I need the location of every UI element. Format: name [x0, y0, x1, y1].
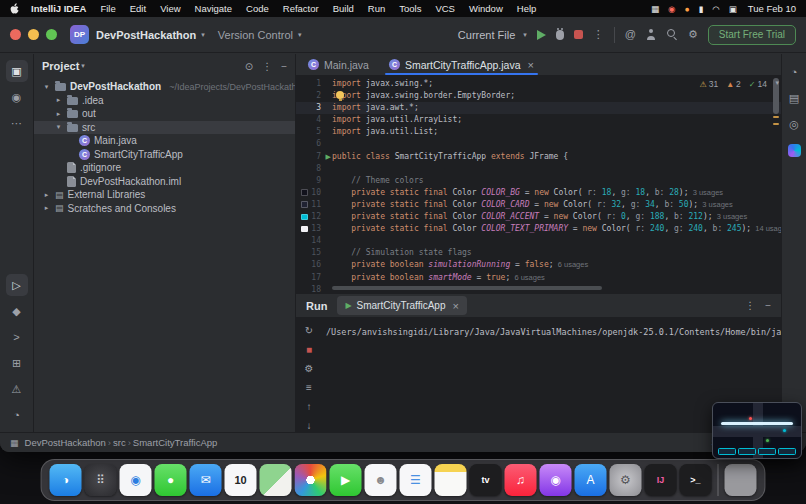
inspections-widget[interactable]: ⚠31▲2✓14 [700, 79, 767, 89]
code-line-9[interactable]: 9 // Theme colors [296, 175, 781, 187]
menu-code[interactable]: Code [239, 3, 276, 14]
code-line-8[interactable]: 8 [296, 163, 781, 175]
code-editor[interactable]: ⚠31▲2✓14 ▾ 1import javax.swing.*;2import… [296, 76, 781, 293]
tree-item-out[interactable]: ▸out [34, 107, 295, 121]
close-icon[interactable]: × [528, 59, 534, 71]
settings-icon[interactable]: ⚙ [305, 363, 314, 374]
search-everywhere-button[interactable] [667, 29, 678, 40]
scroll-to-end-icon[interactable]: ↓ [307, 420, 312, 431]
error-stripe[interactable] [771, 76, 781, 293]
run-gutter-icon[interactable]: ▶ [326, 151, 331, 163]
project-name[interactable]: DevPostHackathon [96, 29, 196, 41]
tab-main-java[interactable]: Main.java [298, 54, 379, 75]
commit-tool-icon[interactable]: ◉ [6, 86, 28, 108]
tree-item-external-libraries[interactable]: ▸▤External Libraries [34, 188, 295, 202]
dock-trash[interactable] [725, 464, 757, 496]
tree-item-devposthackathon[interactable]: ▾DevPostHackathon~/IdeaProjects/DevPostH… [34, 80, 295, 94]
intention-bulb-icon[interactable] [336, 91, 344, 99]
code-line-15[interactable]: 15 // Simulation state flags [296, 247, 781, 259]
dock-messages[interactable]: ● [155, 464, 187, 496]
dock-music[interactable]: ♫ [505, 464, 537, 496]
dock-contacts[interactable]: ☻ [365, 464, 397, 496]
color-swatch[interactable] [301, 226, 308, 233]
color-swatch[interactable] [301, 189, 308, 196]
notifications-icon[interactable]: ◔ [783, 61, 805, 83]
menu-refactor[interactable]: Refactor [276, 3, 326, 14]
ai-assistant-icon[interactable] [783, 139, 805, 161]
code-line-5[interactable]: 5import java.util.List; [296, 126, 781, 138]
warning-mark[interactable] [773, 116, 779, 118]
code-line-7[interactable]: 7▶public class SmartCityTrafficApp exten… [296, 151, 781, 163]
window-close-button[interactable] [10, 29, 21, 40]
chevron-down-icon[interactable]: ▾ [42, 83, 51, 91]
soft-wrap-icon[interactable]: ≡ [306, 382, 312, 393]
window-maximize-button[interactable] [46, 29, 57, 40]
run-configuration-selector[interactable]: Current File [458, 29, 515, 41]
hide-panel-icon[interactable]: − [765, 300, 771, 311]
hide-panel-icon[interactable]: − [281, 61, 287, 72]
menu-help[interactable]: Help [510, 3, 544, 14]
close-icon[interactable]: × [452, 300, 458, 312]
scroll-up-icon[interactable]: ↑ [307, 401, 312, 412]
control-center-icon[interactable]: ▣ [729, 4, 737, 14]
run-button[interactable] [537, 30, 546, 40]
dock-terminal[interactable]: >_ [680, 464, 712, 496]
run-tab[interactable]: ▶ SmartCityTrafficApp × [337, 296, 467, 315]
chevron-right-icon[interactable]: ▸ [42, 191, 51, 199]
start-free-trial-button[interactable]: Start Free Trial [708, 25, 796, 45]
debug-tool-icon[interactable]: ◆ [6, 300, 28, 322]
menu-build[interactable]: Build [326, 3, 361, 14]
menu-intellij-idea[interactable]: IntelliJ IDEA [24, 3, 93, 14]
menu-run[interactable]: Run [361, 3, 392, 14]
chevron-down-icon[interactable]: ▾ [54, 123, 63, 131]
vcs-widget[interactable]: Version Control [218, 29, 293, 41]
apple-menu-icon[interactable] [10, 3, 20, 15]
code-line-13[interactable]: 13 private static final Color COLOR_TEXT… [296, 223, 781, 235]
color-swatch[interactable] [301, 214, 308, 221]
menu-file[interactable]: File [93, 3, 122, 14]
run-tool-icon[interactable]: ▷ [6, 274, 28, 296]
rerun-icon[interactable]: ↻ [305, 325, 313, 336]
run-panel-title[interactable]: Run [306, 300, 327, 312]
breadcrumb-src[interactable]: src [113, 437, 126, 448]
wifi-icon[interactable]: ◠ [712, 4, 719, 14]
dock-photos[interactable] [295, 464, 327, 496]
chevron-right-icon[interactable]: ▸ [54, 96, 63, 104]
tab-smartcitytrafficapp-java[interactable]: SmartCityTrafficApp.java× [379, 54, 544, 75]
dock-safari[interactable]: ◉ [120, 464, 152, 496]
code-line-3[interactable]: 3import java.awt.*; [296, 102, 781, 114]
dock-tv[interactable]: tv [470, 464, 502, 496]
breadcrumb-devposthackathon[interactable]: DevPostHackathon [25, 437, 106, 448]
project-avatar[interactable]: DP [70, 25, 89, 44]
dock-calendar[interactable]: 10 [225, 464, 257, 496]
tree-item-gitignore[interactable]: .gitignore [34, 161, 295, 175]
window-minimize-button[interactable] [28, 29, 39, 40]
warning-mark[interactable] [773, 123, 779, 125]
terminal-tool-icon[interactable]: > [6, 326, 28, 348]
more-actions-button[interactable]: ⋮ [593, 29, 604, 40]
dock-appstore[interactable]: A [575, 464, 607, 496]
menu-navigate[interactable]: Navigate [188, 3, 240, 14]
menu-window[interactable]: Window [462, 3, 510, 14]
menu-tools[interactable]: Tools [392, 3, 428, 14]
tree-item-devposthackathon-iml[interactable]: DevPostHackathon.iml [34, 175, 295, 189]
dock-notes[interactable] [435, 464, 467, 496]
select-opened-file-icon[interactable]: ⊙ [245, 61, 253, 72]
window-layout-icon[interactable]: ▦ [10, 438, 19, 448]
tree-item-main-java[interactable]: Main.java [34, 134, 295, 148]
tree-item-src[interactable]: ▾src [34, 121, 295, 135]
project-tool-icon[interactable]: ▣ [6, 60, 28, 82]
dock-launchpad[interactable]: ⠿ [85, 464, 117, 496]
dock-intellij[interactable]: IJ [645, 464, 677, 496]
settings-button[interactable]: ⚙ [688, 29, 698, 40]
dock-reminders[interactable]: ☰ [400, 464, 432, 496]
code-with-me-button[interactable] [646, 29, 657, 40]
warning-count[interactable]: ⚠31 [700, 79, 719, 89]
tree-item-idea[interactable]: ▸.idea [34, 94, 295, 108]
dock-podcasts[interactable]: ◉ [540, 464, 572, 496]
horizontal-scrollbar[interactable] [332, 286, 602, 290]
services-tool-icon[interactable]: ⊞ [6, 352, 28, 374]
stop-icon[interactable]: ■ [306, 344, 312, 355]
project-panel-title[interactable]: Project [42, 60, 79, 72]
chevron-right-icon[interactable]: ▸ [54, 110, 63, 118]
